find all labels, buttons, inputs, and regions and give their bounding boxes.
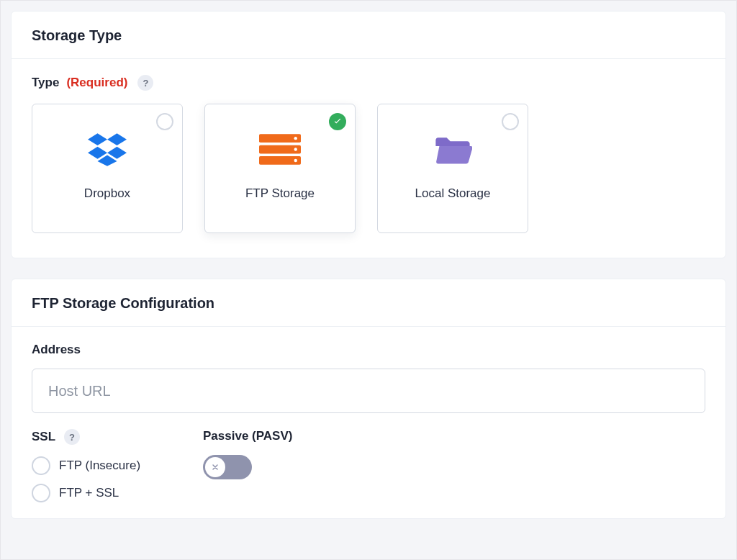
svg-point-9 <box>294 148 297 150</box>
type-field-row: Type (Required) ? <box>32 75 705 91</box>
svg-marker-0 <box>88 133 107 145</box>
radio-indicator <box>502 113 519 130</box>
storage-type-section: Storage Type Type (Required) ? <box>11 11 726 258</box>
ssl-help-icon[interactable]: ? <box>64 429 80 445</box>
storage-card-ftp-label: FTP Storage <box>245 186 315 201</box>
ftp-config-title: FTP Storage Configuration <box>32 295 705 312</box>
server-icon <box>259 132 301 168</box>
svg-marker-3 <box>107 147 127 159</box>
ssl-option-insecure-label: FTP (Insecure) <box>59 459 140 473</box>
ftp-config-body: Address SSL ? FTP (Insecure) FTP + SSL <box>12 327 725 518</box>
ssl-option-ssl-label: FTP + SSL <box>59 486 119 500</box>
dropbox-icon <box>86 132 128 168</box>
ssl-option-ssl[interactable]: FTP + SSL <box>32 484 203 502</box>
svg-point-10 <box>294 159 297 162</box>
passive-label: Passive (PASV) <box>203 429 292 443</box>
passive-toggle[interactable] <box>203 455 252 479</box>
ftp-bottom-row: SSL ? FTP (Insecure) FTP + SSL Passive (… <box>32 429 705 511</box>
radio-circle <box>32 456 50 475</box>
svg-point-8 <box>294 137 297 140</box>
ftp-config-section: FTP Storage Configuration Address SSL ? … <box>11 279 726 519</box>
ssl-label: SSL <box>32 430 55 444</box>
radio-indicator <box>156 113 173 130</box>
type-required: (Required) <box>66 76 127 90</box>
passive-column: Passive (PASV) <box>203 429 292 511</box>
toggle-knob <box>205 457 225 477</box>
storage-type-body: Type (Required) ? <box>12 59 725 258</box>
svg-marker-1 <box>107 133 127 145</box>
storage-card-dropbox-label: Dropbox <box>84 186 130 201</box>
passive-label-row: Passive (PASV) <box>203 429 292 443</box>
storage-card-ftp[interactable]: FTP Storage <box>204 104 356 233</box>
type-help-icon[interactable]: ? <box>137 75 153 91</box>
storage-type-cards: Dropbox <box>32 104 705 233</box>
folder-open-icon <box>432 132 474 168</box>
ssl-option-insecure[interactable]: FTP (Insecure) <box>32 456 203 475</box>
ssl-column: SSL ? FTP (Insecure) FTP + SSL <box>32 429 203 511</box>
radio-indicator-checked <box>329 113 346 130</box>
storage-type-title: Storage Type <box>32 27 705 44</box>
storage-type-header: Storage Type <box>12 12 725 59</box>
address-label: Address <box>32 343 81 357</box>
close-icon <box>211 463 220 471</box>
storage-card-local-label: Local Storage <box>415 186 491 201</box>
ssl-label-row: SSL ? <box>32 429 203 445</box>
ftp-config-header: FTP Storage Configuration <box>12 279 725 327</box>
page-root: Storage Type Type (Required) ? <box>0 0 737 560</box>
svg-marker-2 <box>88 147 107 159</box>
type-label: Type <box>32 76 59 90</box>
radio-circle <box>32 484 50 502</box>
storage-card-local[interactable]: Local Storage <box>377 104 528 233</box>
address-label-row: Address <box>32 343 705 357</box>
storage-card-dropbox[interactable]: Dropbox <box>32 104 183 233</box>
address-input[interactable] <box>32 369 705 413</box>
